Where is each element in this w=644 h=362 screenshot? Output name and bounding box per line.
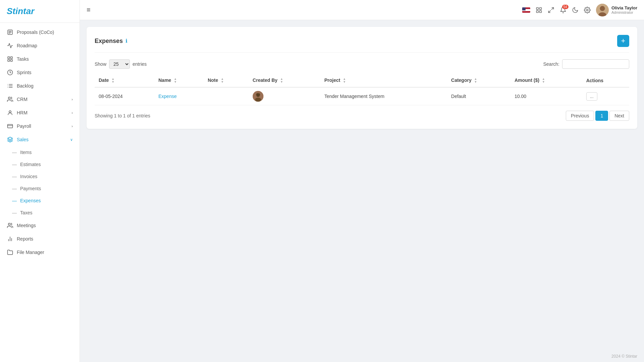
user-avatar-area[interactable]: Olivia Taylor Administrator: [596, 4, 637, 16]
dark-mode-toggle[interactable]: [572, 7, 579, 13]
menu-toggle-button[interactable]: ≡: [87, 6, 91, 14]
dash-icon: —: [12, 150, 17, 155]
backlog-icon: [7, 83, 13, 89]
cell-name: Expense: [154, 87, 204, 105]
reports-icon: [7, 236, 13, 242]
col-category[interactable]: Category ▲▼: [447, 74, 510, 87]
sidebar-item-label: Taxes: [20, 210, 33, 215]
entries-label: entries: [133, 61, 147, 67]
folder-icon: [7, 249, 13, 256]
cell-created-by: [249, 87, 320, 105]
sidebar-item-label: Payroll: [17, 123, 31, 129]
meetings-icon: [7, 222, 13, 229]
dash-icon: —: [12, 162, 17, 167]
search-input[interactable]: [562, 59, 629, 69]
svg-line-27: [552, 7, 554, 9]
cell-project: Tender Management System: [320, 87, 447, 105]
entries-select[interactable]: 25 10 50 100: [109, 59, 130, 69]
showing-text: Showing 1 to 1 of 1 entries: [95, 113, 150, 118]
col-project[interactable]: Project ▲▼: [320, 74, 447, 87]
sidebar-item-backlog[interactable]: Backlog: [0, 79, 80, 93]
cell-amount: 10.00: [510, 87, 582, 105]
svg-point-15: [8, 97, 10, 99]
notifications-button[interactable]: 54: [560, 7, 566, 13]
sidebar-item-sales[interactable]: Sales ∨: [0, 133, 80, 146]
page-header: Expenses ℹ +: [95, 35, 629, 53]
svg-rect-17: [8, 124, 13, 128]
sidebar-item-sprints[interactable]: Sprints: [0, 66, 80, 79]
sidebar-item-label: Reports: [17, 236, 33, 242]
expenses-card: Expenses ℹ + Show 25 10 50 100 entries: [87, 27, 637, 129]
sales-icon: [7, 136, 13, 143]
cell-actions: ...: [582, 87, 629, 105]
sidebar-item-file-manager[interactable]: File Manager: [0, 246, 80, 259]
show-label: Show: [95, 61, 106, 67]
file-icon: [7, 29, 13, 36]
sidebar-item-expenses[interactable]: — Expenses: [0, 195, 80, 207]
flag-icon: [522, 7, 530, 13]
crm-icon: [7, 96, 13, 103]
sidebar-item-label: Meetings: [17, 223, 36, 228]
table-row: 08-05-2024 Expense: [95, 87, 629, 105]
flag-blue-area: [522, 7, 526, 10]
add-expense-button[interactable]: +: [617, 35, 629, 47]
sidebar-item-hrm[interactable]: HRM ›: [0, 106, 80, 119]
sidebar-item-estimates[interactable]: — Estimates: [0, 158, 80, 170]
sidebar-item-label: Payments: [20, 186, 41, 191]
previous-button[interactable]: Previous: [566, 111, 594, 121]
info-icon[interactable]: ℹ: [126, 38, 128, 44]
svg-rect-24: [540, 7, 542, 9]
sidebar-item-payments[interactable]: — Payments: [0, 183, 80, 195]
roadmap-icon: [7, 42, 13, 49]
sidebar: Stintar Proposals (CoCo) Roadmap Tasks: [0, 0, 80, 362]
svg-rect-6: [8, 60, 9, 61]
footer-text: 2024 © Stintar: [611, 354, 637, 359]
sort-icon: ▲▼: [111, 77, 114, 84]
settings-button[interactable]: [584, 7, 591, 13]
svg-point-35: [255, 98, 261, 102]
svg-point-16: [9, 111, 11, 113]
search-label: Search:: [543, 61, 559, 67]
svg-rect-26: [540, 10, 542, 12]
sidebar-item-tasks[interactable]: Tasks: [0, 52, 80, 66]
notification-badge: 54: [562, 5, 568, 9]
sidebar-item-items[interactable]: — Items: [0, 146, 80, 158]
language-selector[interactable]: [522, 7, 530, 13]
expenses-table: Date ▲▼ Name ▲▼ Note ▲▼ Created By: [95, 74, 629, 105]
table-controls: Show 25 10 50 100 entries Search:: [95, 59, 629, 69]
pagination-area: Showing 1 to 1 of 1 entries Previous 1 N…: [95, 111, 629, 121]
col-date[interactable]: Date ▲▼: [95, 74, 154, 87]
page-1-button[interactable]: 1: [595, 111, 608, 121]
sidebar-item-crm[interactable]: CRM ›: [0, 93, 80, 106]
payroll-icon: [7, 123, 13, 130]
hrm-icon: [7, 109, 13, 116]
col-name[interactable]: Name ▲▼: [154, 74, 204, 87]
svg-point-19: [8, 223, 10, 225]
col-created-by[interactable]: Created By ▲▼: [249, 74, 320, 87]
dash-icon: —: [12, 198, 17, 203]
sidebar-item-payroll[interactable]: Payroll ›: [0, 119, 80, 133]
user-info: Olivia Taylor Administrator: [611, 5, 637, 14]
svg-rect-4: [8, 57, 9, 58]
sidebar-item-reports[interactable]: Reports: [0, 232, 80, 246]
logo-area: Stintar: [0, 0, 80, 23]
apps-grid-button[interactable]: [536, 7, 542, 13]
sidebar-item-label: Invoices: [20, 174, 37, 179]
expand-button[interactable]: [548, 7, 554, 13]
sidebar-item-roadmap[interactable]: Roadmap: [0, 39, 80, 52]
sidebar-item-proposals[interactable]: Proposals (CoCo): [0, 25, 80, 39]
expense-link[interactable]: Expense: [158, 94, 177, 99]
dash-icon: —: [12, 186, 17, 191]
sidebar-item-meetings[interactable]: Meetings: [0, 219, 80, 232]
col-note[interactable]: Note ▲▼: [204, 74, 249, 87]
sidebar-item-invoices[interactable]: — Invoices: [0, 170, 80, 183]
sidebar-item-taxes[interactable]: — Taxes: [0, 207, 80, 219]
next-button[interactable]: Next: [609, 111, 629, 121]
sort-icon: ▲▼: [542, 77, 545, 84]
col-amount[interactable]: Amount ($) ▲▼: [510, 74, 582, 87]
sidebar-item-label: Tasks: [17, 56, 29, 62]
row-actions-button[interactable]: ...: [586, 92, 597, 101]
sidebar-item-label: CRM: [17, 97, 28, 102]
table-header: Date ▲▼ Name ▲▼ Note ▲▼ Created By: [95, 74, 629, 87]
pagination: Previous 1 Next: [566, 111, 629, 121]
